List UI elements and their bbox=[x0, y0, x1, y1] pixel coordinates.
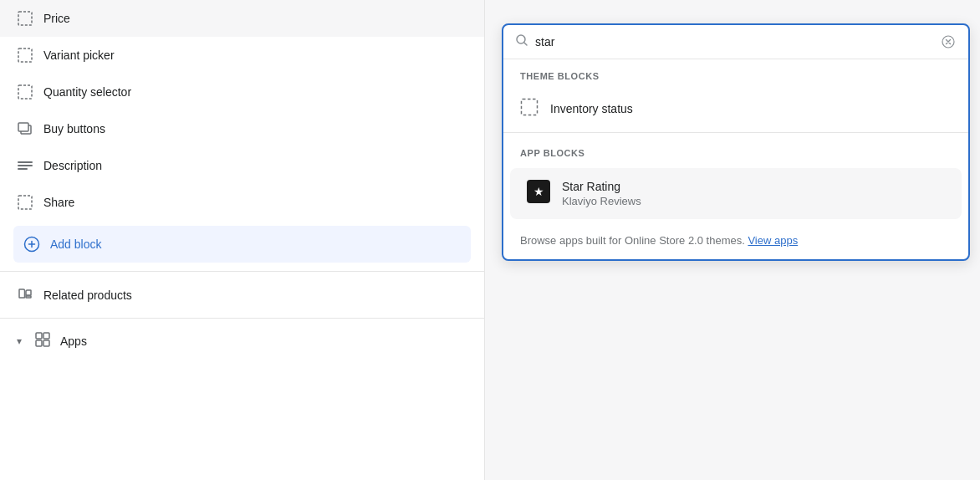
svg-rect-6 bbox=[43, 333, 49, 339]
description-icon bbox=[17, 157, 33, 174]
divider-1 bbox=[0, 271, 484, 272]
section-divider bbox=[503, 132, 968, 133]
sidebar-item-quantity-selector[interactable]: Quantity selector bbox=[0, 74, 484, 110]
sidebar-item-share-label: Share bbox=[43, 196, 74, 209]
svg-rect-8 bbox=[43, 340, 49, 346]
clear-search-button[interactable] bbox=[940, 33, 957, 50]
theme-blocks-header: THEME BLOCKS bbox=[503, 59, 968, 88]
inventory-status-label: Inventory status bbox=[550, 102, 633, 115]
sidebar-item-description[interactable]: Description bbox=[0, 147, 484, 184]
svg-rect-5 bbox=[36, 333, 42, 339]
view-apps-link[interactable]: View apps bbox=[748, 234, 798, 247]
sidebar-item-apps[interactable]: ▾ Apps bbox=[0, 322, 484, 360]
search-input[interactable] bbox=[535, 35, 933, 49]
svg-rect-0 bbox=[18, 12, 32, 25]
left-panel: Price Variant picker Quantity selector B… bbox=[0, 0, 485, 480]
inventory-status-block[interactable]: Inventory status bbox=[503, 88, 968, 129]
app-blocks-header: APP BLOCKS bbox=[503, 136, 968, 165]
search-icon bbox=[515, 33, 528, 50]
add-block-label: Add block bbox=[50, 237, 101, 251]
add-block-icon bbox=[23, 236, 40, 253]
search-popup: THEME BLOCKS Inventory status APP BLOCKS… bbox=[502, 23, 970, 261]
related-products-icon bbox=[17, 285, 33, 304]
sidebar-item-buy-buttons[interactable]: Buy buttons bbox=[0, 110, 484, 147]
star-rating-app-icon bbox=[527, 180, 550, 203]
svg-rect-3 bbox=[18, 196, 32, 209]
apps-label: Apps bbox=[60, 334, 87, 348]
search-bar bbox=[503, 25, 968, 59]
star-rating-app-info: Star Rating Klaviyo Reviews bbox=[562, 180, 641, 207]
star-rating-app-block[interactable]: Star Rating Klaviyo Reviews bbox=[510, 168, 962, 219]
price-icon bbox=[17, 10, 33, 27]
svg-rect-2 bbox=[18, 85, 32, 99]
sidebar-item-description-label: Description bbox=[43, 159, 102, 172]
sidebar-item-variant-picker-label: Variant picker bbox=[43, 49, 115, 62]
apps-icon bbox=[35, 332, 50, 350]
browse-text: Browse apps built for Online Store 2.0 t… bbox=[503, 222, 968, 259]
svg-rect-11 bbox=[522, 100, 538, 115]
sidebar-item-share[interactable]: Share bbox=[0, 184, 484, 221]
related-products-label: Related products bbox=[43, 289, 132, 302]
svg-rect-7 bbox=[36, 340, 42, 346]
sidebar-item-quantity-selector-label: Quantity selector bbox=[43, 85, 131, 99]
apps-chevron-icon: ▾ bbox=[17, 335, 22, 347]
add-block-button[interactable]: Add block bbox=[13, 226, 471, 263]
quantity-selector-icon bbox=[17, 84, 33, 100]
star-rating-name: Star Rating bbox=[562, 180, 641, 193]
star-rating-subtitle: Klaviyo Reviews bbox=[562, 195, 641, 207]
inventory-status-icon bbox=[520, 98, 538, 119]
sidebar-item-price[interactable]: Price bbox=[0, 0, 484, 37]
share-icon bbox=[17, 194, 33, 211]
svg-rect-1 bbox=[18, 49, 32, 62]
variant-picker-icon bbox=[17, 47, 33, 64]
sidebar-item-variant-picker[interactable]: Variant picker bbox=[0, 37, 484, 74]
sidebar-item-related-products[interactable]: Related products bbox=[0, 275, 484, 314]
divider-2 bbox=[0, 318, 484, 319]
sidebar-item-buy-buttons-label: Buy buttons bbox=[43, 122, 105, 135]
sidebar-item-price-label: Price bbox=[43, 12, 70, 25]
buy-buttons-icon bbox=[17, 120, 33, 137]
